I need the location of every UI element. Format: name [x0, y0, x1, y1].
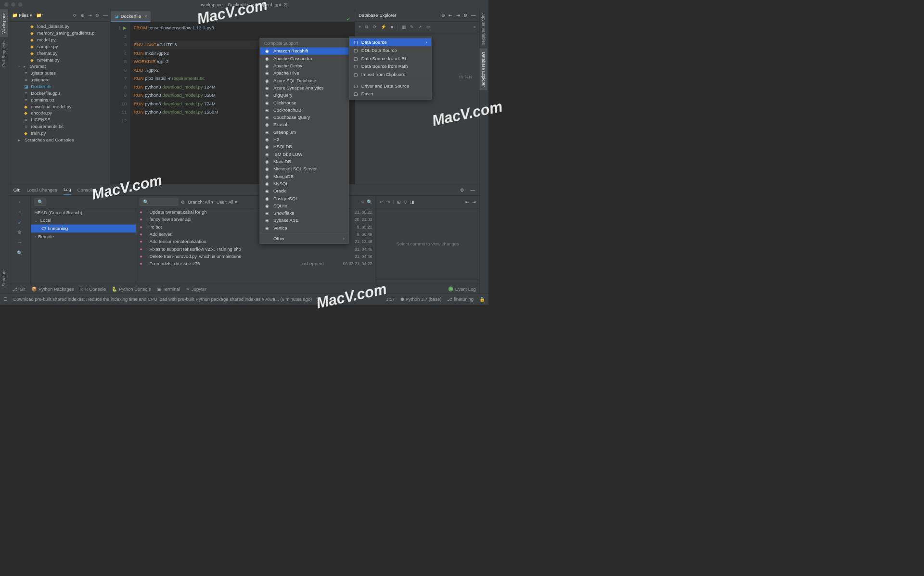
datasource-microsoft-sql-server[interactable]: ◉Microsoft SQL Server	[260, 165, 348, 172]
datasource-azure-sql-database[interactable]: ◉Azure SQL Database	[260, 77, 348, 84]
target-icon[interactable]: ⊕	[81, 13, 85, 18]
tab-log[interactable]: Log	[64, 185, 71, 195]
duplicate-icon[interactable]: ⧉	[365, 23, 369, 30]
menu-driver[interactable]: ▢Driver	[349, 90, 431, 98]
line-number[interactable]: 12	[111, 116, 127, 125]
datasource-snowflake[interactable]: ◉Snowflake	[260, 209, 348, 217]
tree-item-train-py[interactable]: ◆train.py	[9, 130, 111, 137]
datasource-sqlite[interactable]: ◉SQLite	[260, 202, 348, 209]
tab-workspace[interactable]: Workspace	[0, 9, 8, 37]
tree-item--gitignore[interactable]: ≡.gitignore	[9, 77, 111, 83]
menu-import-from-clipboard[interactable]: ▢Import from Clipboard	[349, 71, 431, 79]
tab-console[interactable]: Console	[77, 185, 94, 195]
datasource-vertica[interactable]: ◉Vertica	[260, 224, 348, 231]
datasource-bigquery[interactable]: ◉BigQuery	[260, 91, 348, 99]
datasource-ibm-db2-luw[interactable]: ◉IBM Db2 LUW	[260, 151, 348, 158]
diff-icon[interactable]: ◨	[410, 199, 414, 205]
more-icon[interactable]: »	[473, 24, 476, 30]
menu-data-source-from-url[interactable]: ▢Data Source from URL	[349, 54, 431, 63]
interpreter[interactable]: ⬢ Python 3.7 (base)	[400, 296, 442, 302]
datasource-type-menu[interactable]: Complete Support◉Amazon Redshift◉Apache …	[259, 38, 349, 244]
toolwin-terminal[interactable]: ▣Terminal	[157, 286, 180, 292]
datasource-exasol[interactable]: ◉Exasol	[260, 121, 348, 128]
expand-icon[interactable]: ⇤	[449, 13, 452, 18]
line-number[interactable]: 7	[111, 75, 127, 83]
datasource-h2[interactable]: ◉H2	[260, 136, 348, 143]
datasource-mongodb[interactable]: ◉MongoDB	[260, 173, 348, 180]
tab-jupyter-variables[interactable]: Jupyter Variables	[480, 9, 488, 49]
datasource-mariadb[interactable]: ◉MariaDB	[260, 158, 348, 165]
filter-icon[interactable]: ⚡	[380, 24, 387, 30]
prev-icon[interactable]: ↶	[380, 199, 384, 205]
table-icon[interactable]: ▦	[401, 24, 407, 30]
add-icon[interactable]: +	[17, 208, 23, 216]
toolwin-jupyter[interactable]: ♃Jupyter	[186, 286, 206, 292]
jump-icon[interactable]: ↗	[417, 24, 423, 30]
line-number[interactable]: 2	[111, 32, 127, 40]
datasource-sybase-ase[interactable]: ◉Sybase ASE	[260, 217, 348, 224]
cursor-position[interactable]: 3:17	[386, 296, 395, 302]
search-icon[interactable]: 🔍	[367, 199, 372, 205]
target-icon[interactable]: ⊕	[441, 13, 445, 18]
line-number[interactable]: 6	[111, 66, 127, 74]
line-number[interactable]: 9	[111, 91, 127, 100]
datasource-apache-derby[interactable]: ◉Apache Derby	[260, 62, 348, 69]
tree-item-sample-py[interactable]: ◆sample.py	[9, 43, 111, 50]
datasource-apache-cassandra[interactable]: ◉Apache Cassandra	[260, 55, 348, 62]
next-icon[interactable]: ↷	[386, 199, 390, 205]
datasource-cockroachdb[interactable]: ◉CockroachDB	[260, 106, 348, 114]
toolwin-python-console[interactable]: 🐍Python Console	[112, 286, 151, 292]
toolwin-python-packages[interactable]: 📦Python Packages	[31, 286, 74, 292]
tree-item-Dockerfile-gpu[interactable]: ≡Dockerfile.gpu	[9, 90, 111, 97]
tree-item-LICENSE[interactable]: ≡LICENSE	[9, 116, 111, 123]
menu-icon[interactable]: ☰	[3, 296, 8, 302]
refresh-icon[interactable]: ⟳	[372, 24, 377, 30]
git-branch[interactable]: ⎇ finetuning	[447, 296, 474, 302]
datasource-azure-synapse-analytics[interactable]: ◉Azure Synapse Analytics	[260, 84, 348, 91]
menu-ddl-data-source[interactable]: ▢DDL Data Source	[349, 46, 431, 54]
line-number[interactable]: 10	[111, 100, 127, 108]
menu-driver-and-data-source[interactable]: ▢Driver and Data Source	[349, 82, 431, 90]
hide-icon[interactable]: —	[471, 187, 475, 192]
line-number[interactable]: 11	[111, 108, 127, 116]
tree-item-twremat-py[interactable]: ◆twremat.py	[9, 56, 111, 63]
toolwin-r-console[interactable]: RR Console	[79, 286, 106, 292]
commit-row[interactable]: ●Fixes to support tensorflow v2.x. Train…	[136, 245, 376, 253]
stop-icon[interactable]: ■	[390, 24, 394, 30]
datasource-other[interactable]: Other›	[260, 235, 348, 242]
hide-icon[interactable]: —	[471, 13, 475, 18]
commit-search[interactable]	[140, 198, 178, 206]
commit-row[interactable]: ●Delete train-horovod.py, which is unmai…	[136, 253, 376, 260]
checkout-icon[interactable]: ↙	[16, 218, 23, 226]
expand-icon[interactable]: ⇤	[465, 199, 469, 205]
tab-database-explorer[interactable]: Database Explorer	[480, 48, 488, 90]
tree-item-Scratches-and-Consoles[interactable]: ▸Scratches and Consoles	[9, 137, 111, 143]
gear-icon[interactable]: ⚙	[460, 187, 464, 192]
branch-finetuning[interactable]: 🏷finetuning	[31, 225, 136, 233]
gutter[interactable]: 1▶23456789101112	[111, 22, 130, 184]
gear-icon[interactable]: ⚙	[463, 13, 468, 18]
branch-search[interactable]: 🔍	[34, 198, 46, 206]
datasource-postgresql[interactable]: ◉PostgreSQL	[260, 195, 348, 202]
tab-pull-requests[interactable]: Pull Requests	[0, 37, 8, 70]
close-icon[interactable]: ×	[144, 13, 147, 19]
tree-item-tfremat-py[interactable]: ◆tfremat.py	[9, 50, 111, 57]
delete-icon[interactable]: 🗑	[16, 229, 24, 237]
search-icon[interactable]: 🔍	[15, 249, 24, 257]
add-icon[interactable]: +	[358, 24, 362, 30]
filter-icon[interactable]: ▽	[404, 199, 407, 205]
add-datasource-menu[interactable]: ▢Data Source›▢DDL Data Source▢Data Sourc…	[349, 37, 431, 100]
gear-icon[interactable]: ⚙	[181, 199, 185, 205]
tree-item-requirements-txt[interactable]: ≡requirements.txt	[9, 123, 111, 130]
collapse-icon[interactable]: ⇥	[472, 199, 476, 205]
menu-data-source-from-path[interactable]: ▢Data Source from Path	[349, 63, 431, 71]
settings-icon[interactable]: ⚙	[95, 13, 100, 18]
commit-row[interactable]: ●Fix models_dir issue #76nshepperd06.03.…	[136, 260, 376, 267]
tree-item-twremat[interactable]: ›▸twremat	[9, 63, 111, 70]
tab-local-changes[interactable]: Local Changes	[27, 185, 57, 195]
tree-item-Dockerfile[interactable]: ◪Dockerfile	[9, 83, 111, 90]
close-icon[interactable]: ×	[101, 187, 103, 192]
tree-item-memory_saving_gradients-py[interactable]: ◆memory_saving_gradients.p	[9, 30, 111, 37]
line-number[interactable]: 1▶	[111, 24, 127, 32]
back-icon[interactable]: ‹	[18, 198, 22, 206]
